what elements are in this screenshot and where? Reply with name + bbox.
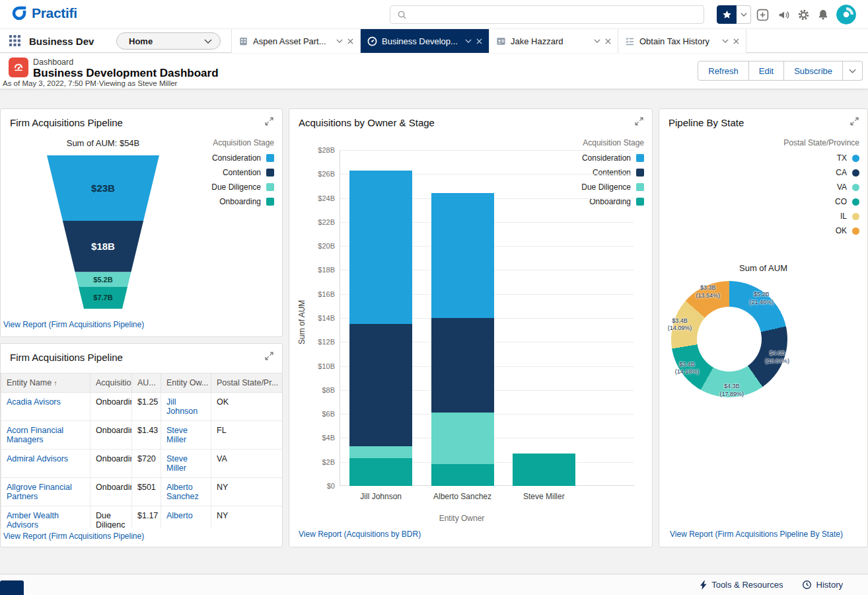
notifications-bell-icon[interactable] (815, 7, 831, 22)
entity-name-link[interactable]: Allgrove Financial Partners (7, 483, 72, 501)
tab-aspen-asset-partners[interactable]: Aspen Asset Part... (231, 29, 360, 53)
view-report-link[interactable]: View Report (Acquisitions by BDR) (299, 530, 421, 539)
owner-link[interactable]: Steve Miller (166, 426, 188, 444)
table-row: Allgrove Financial PartnersOnboarding$50… (1, 478, 283, 506)
chevron-down-icon[interactable] (336, 39, 343, 43)
card-title: Pipeline By State (669, 117, 744, 128)
legend-title: Postal State/Province (783, 138, 859, 147)
legend-item: CO (783, 197, 859, 206)
column-header[interactable]: AU... (132, 374, 161, 393)
bar-segment-onboarding[interactable] (431, 464, 494, 486)
y-tick-label: $14B (318, 314, 335, 322)
view-report-link[interactable]: View Report (Firm Acquisitions Pipeline) (3, 532, 144, 541)
expand-icon[interactable] (262, 116, 275, 129)
expand-icon[interactable] (632, 116, 645, 129)
gauge-icon (13, 61, 24, 73)
owner-link[interactable]: Steve Miller (166, 454, 188, 473)
setup-gear-icon[interactable] (795, 7, 811, 22)
funnel-svg: $23B$18B$5.2B$7.7B (37, 155, 169, 309)
y-tick-label: $24B (318, 194, 335, 202)
column-header[interactable]: Postal State/Pr... (211, 374, 283, 393)
tab-obtain-tax-history[interactable]: Obtain Tax History (618, 29, 746, 53)
x-tick-label: Jill Johnson (360, 492, 402, 501)
legend-swatch (266, 198, 274, 206)
tab-jake-hazzard[interactable]: Jake Hazzard (489, 29, 618, 53)
bar-segment-consideration[interactable] (349, 171, 412, 324)
owner-link[interactable]: Alberto Sanchez (166, 483, 199, 501)
owner-cell: Alberto Sanchez (161, 478, 211, 506)
state-cell: VA (211, 450, 283, 478)
pipeline-table-card: Firm Acquisitions Pipeline Entity Name ↑… (0, 343, 283, 547)
bar-segment-onboarding[interactable] (349, 458, 412, 486)
close-icon[interactable] (733, 38, 739, 44)
y-tick-label: $20B (318, 242, 335, 250)
close-icon[interactable] (605, 38, 611, 44)
sort-asc-icon: ↑ (52, 379, 57, 387)
refresh-button[interactable]: Refresh (698, 61, 749, 81)
view-report-link[interactable]: View Report (Firm Acquisitions Pipeline) (3, 320, 144, 329)
owner-link[interactable]: Jill Johnson (166, 397, 198, 416)
view-report-link[interactable]: View Report (Firm Acquisitions Pipeline … (670, 530, 843, 539)
bar-segment-consideration[interactable] (431, 193, 494, 318)
quick-add-icon[interactable] (754, 7, 770, 22)
bar-segment-due-diligence[interactable] (431, 413, 494, 464)
close-icon[interactable] (347, 38, 353, 44)
report-table-container: Entity Name ↑Acquisitio...AU...Entity Ow… (1, 373, 282, 528)
legend-swatch (636, 154, 644, 162)
tools-resources-button[interactable]: Tools & Resources (691, 575, 792, 595)
bar-segment-contention[interactable] (431, 318, 494, 413)
lightning-icon (700, 580, 707, 590)
column-header[interactable]: Entity Name ↑ (1, 374, 90, 393)
chevron-down-icon[interactable] (722, 39, 729, 43)
donut-ring[interactable] (671, 281, 787, 397)
bar-segment-contention[interactable] (349, 324, 412, 446)
chevron-down-icon[interactable] (465, 39, 472, 43)
workspace-tabs: Aspen Asset Part... Business Develop... … (231, 29, 746, 53)
page-header: Dashboard Business Development Dashboard… (0, 53, 868, 89)
tab-label: Obtain Tax History (639, 36, 717, 46)
nav-home-tab[interactable]: Home (116, 32, 221, 50)
y-tick-label: $10B (318, 362, 335, 370)
entity-name-link[interactable]: Acorn Financial Managers (7, 426, 63, 444)
column-header[interactable]: Acquisitio... (90, 374, 132, 393)
expand-icon[interactable] (262, 350, 275, 364)
user-avatar[interactable] (836, 5, 856, 24)
column-header[interactable]: Entity Ow... (161, 374, 211, 393)
funnel-subtitle: Sum of AUM: $54B (37, 138, 169, 148)
donut-chart-title: Sum of AUM (659, 263, 867, 273)
more-actions-dropdown[interactable] (843, 61, 863, 81)
edit-button[interactable]: Edit (749, 61, 784, 81)
owner-link[interactable]: Alberto (166, 511, 193, 520)
expand-icon[interactable] (848, 116, 861, 129)
close-icon[interactable] (476, 38, 482, 44)
announcements-icon[interactable] (776, 7, 791, 22)
global-search[interactable] (390, 5, 704, 24)
history-button[interactable]: History (793, 575, 852, 595)
subscribe-button[interactable]: Subscribe (784, 61, 843, 81)
legend-item: OK (783, 226, 859, 235)
chevron-down-icon (741, 13, 747, 17)
chevron-down-icon[interactable] (594, 39, 600, 43)
column-header-label: Entity Ow... (166, 378, 208, 387)
favorites-dropdown-button[interactable] (737, 5, 751, 24)
global-header: Practifi (0, 0, 868, 29)
bar-segment-due-diligence[interactable] (349, 446, 412, 458)
bar-segment-onboarding[interactable] (513, 454, 575, 486)
stage-cell: Onboarding (90, 393, 132, 421)
entity-name-link[interactable]: Acadia Avisors (7, 397, 61, 407)
practifi-logo[interactable]: Practifi (11, 5, 77, 22)
tab-business-development-dashboard[interactable]: Business Develop... (360, 29, 489, 53)
bar-chart-card: Acquisitions by Owner & Stage Acquisitio… (289, 108, 653, 547)
docked-utility-tab[interactable] (0, 580, 24, 595)
entity-name-link[interactable]: Admiral Advisors (7, 454, 68, 463)
card-title: Acquisitions by Owner & Stage (299, 117, 435, 128)
legend-item: CA (783, 168, 859, 177)
search-input[interactable] (412, 10, 697, 20)
y-tick-label: $12B (318, 338, 335, 346)
entity-name-link[interactable]: Amber Wealth Advisors (7, 511, 59, 528)
favorites-star-button[interactable] (717, 5, 737, 24)
legend-swatch (636, 169, 644, 177)
y-axis-title: Sum of AUM (297, 300, 307, 344)
y-tick-label: $28B (318, 146, 335, 154)
app-launcher-icon[interactable] (8, 34, 21, 48)
